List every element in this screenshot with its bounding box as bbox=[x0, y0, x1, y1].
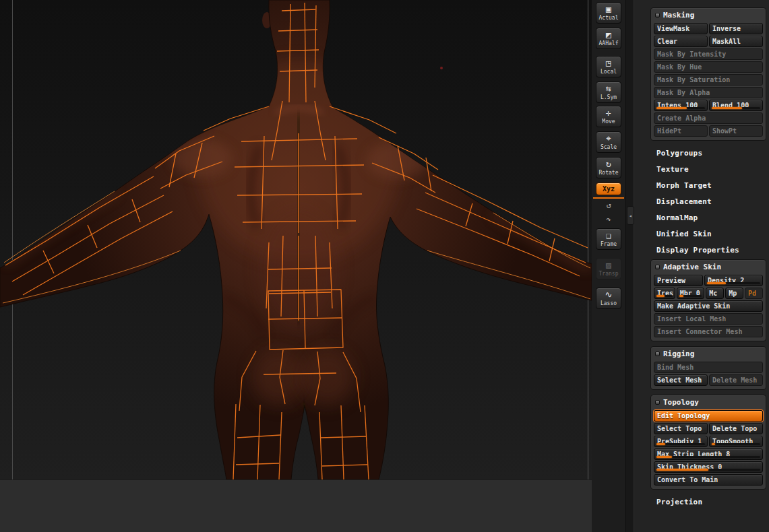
tool-move[interactable]: ✛Move bbox=[596, 106, 621, 127]
button-mask-by-saturation: Mask By Saturation bbox=[654, 74, 763, 86]
viewport-canvas[interactable] bbox=[0, 0, 592, 479]
slider-blend-100[interactable]: Blend 100 bbox=[709, 100, 763, 111]
slider-fill bbox=[679, 295, 683, 297]
tool-spin-right[interactable]: ↷ bbox=[596, 214, 621, 224]
button-delete-topo[interactable]: Delete Topo bbox=[709, 423, 763, 434]
actual-icon: ▣ bbox=[606, 5, 611, 14]
slider-ires[interactable]: Ires bbox=[654, 288, 675, 299]
zbrush-window: ▣Actual◩AAHalf◳Local⇆L.Sym✛Move⌖Scale↻Ro… bbox=[0, 0, 769, 532]
control-label: Pd bbox=[748, 290, 756, 297]
slider-toposmooth[interactable]: TopoSmooth bbox=[709, 436, 763, 447]
section-topology: TopologyEdit TopologySelect TopoDelete T… bbox=[650, 395, 766, 490]
button-row: Bind Mesh bbox=[654, 362, 763, 373]
slider-track bbox=[707, 282, 760, 284]
section-header-morph-target[interactable]: Morph Target bbox=[650, 178, 766, 194]
control-label: Preview bbox=[657, 277, 685, 284]
button-insert-connector-mesh: Insert Connector Mesh bbox=[654, 326, 763, 337]
section-title-masking[interactable]: Masking bbox=[654, 10, 763, 22]
tool-aahalf[interactable]: ◩AAHalf bbox=[596, 28, 621, 49]
section-header-display-properties[interactable]: Display Properties bbox=[650, 242, 766, 259]
slider-fill bbox=[656, 456, 672, 458]
slider-presubdiv-1[interactable]: PreSubdiv 1 bbox=[654, 436, 708, 447]
tool-scale[interactable]: ⌖Scale bbox=[596, 131, 621, 153]
section-icon bbox=[655, 400, 660, 405]
button-make-adaptive-skin[interactable]: Make Adaptive Skin bbox=[654, 300, 763, 312]
divider-arrow-icon[interactable]: ◂ bbox=[627, 206, 634, 225]
button-clear[interactable]: Clear bbox=[654, 36, 708, 47]
button-inverse[interactable]: Inverse bbox=[709, 23, 763, 34]
control-label: Mask By Hue bbox=[657, 63, 702, 71]
button-create-alpha: Create Alpha bbox=[654, 112, 763, 124]
tool-lasso[interactable]: ∿Lasso bbox=[596, 288, 621, 309]
button-viewmask[interactable]: ViewMask bbox=[654, 23, 708, 34]
panel-divider[interactable]: ◂ bbox=[625, 0, 634, 532]
button-row: Edit Topology bbox=[654, 410, 763, 422]
button-select-mesh[interactable]: Select Mesh bbox=[654, 374, 708, 386]
button-row: IresMbr 0McMpPd bbox=[654, 288, 763, 299]
button-pd: Pd bbox=[745, 288, 763, 299]
button-row: Skin Thickness 0 bbox=[654, 461, 763, 473]
tool-label: Local bbox=[601, 69, 617, 75]
control-label: Bind Mesh bbox=[657, 364, 694, 371]
control-label: Mask By Intensity bbox=[657, 51, 726, 58]
control-label: HidePt bbox=[657, 127, 681, 135]
button-mp[interactable]: Mp bbox=[725, 288, 743, 299]
section-header-displacement[interactable]: Displacement bbox=[650, 194, 766, 210]
control-label: Inverse bbox=[712, 25, 741, 32]
section-header-texture[interactable]: Texture bbox=[650, 162, 766, 178]
tool-label: Frame bbox=[601, 241, 617, 247]
slider-track bbox=[656, 443, 705, 445]
section-title-adaptive-skin[interactable]: Adaptive Skin bbox=[654, 262, 763, 273]
tool-label: Rotate bbox=[599, 170, 619, 176]
button-row: Insert Local Mesh bbox=[654, 313, 763, 325]
button-edit-topology[interactable]: Edit Topology bbox=[654, 410, 763, 422]
button-mc[interactable]: Mc bbox=[706, 288, 724, 299]
slider-density-2[interactable]: Density 2 bbox=[704, 275, 763, 286]
right-shelf: ▣Actual◩AAHalf◳Local⇆L.Sym✛Move⌖Scale↻Ro… bbox=[592, 0, 625, 532]
tool-frame[interactable]: ❏Frame bbox=[596, 228, 621, 250]
section-header-polygroups[interactable]: Polygroups bbox=[650, 145, 766, 162]
section-title-text: Topology bbox=[663, 398, 699, 407]
red-speck bbox=[440, 67, 443, 69]
tool-local[interactable]: ◳Local bbox=[596, 56, 621, 77]
tool-actual[interactable]: ▣Actual bbox=[596, 2, 621, 24]
section-header-normalmap[interactable]: NormalMap bbox=[650, 210, 766, 226]
button-row: Mask By Hue bbox=[654, 61, 763, 73]
control-label: Create Alpha bbox=[657, 114, 706, 122]
section-title-rigging[interactable]: Rigging bbox=[654, 349, 763, 360]
tool-lsym[interactable]: ⇆L.Sym bbox=[596, 81, 621, 103]
button-row: Mask By Intensity bbox=[654, 48, 763, 60]
button-maskall[interactable]: MaskAll bbox=[709, 36, 763, 47]
button-convert-to-main[interactable]: Convert To Main bbox=[654, 474, 763, 486]
button-showpt: ShowPt bbox=[709, 125, 763, 137]
control-label: MaskAll bbox=[712, 38, 741, 45]
slider-skin-thickness-0[interactable]: Skin Thickness 0 bbox=[654, 461, 763, 473]
tool-label: AAHalf bbox=[599, 40, 619, 46]
slider-fill bbox=[656, 295, 665, 297]
tool-xyz[interactable]: Xyz bbox=[596, 182, 621, 195]
slider-mbr-0[interactable]: Mbr 0 bbox=[677, 288, 704, 299]
button-row: Insert Connector Mesh bbox=[654, 326, 763, 337]
tool-transp: ▨Transp bbox=[596, 258, 621, 279]
section-header-unified-skin[interactable]: Unified Skin bbox=[650, 226, 766, 242]
control-label: Convert To Main bbox=[657, 476, 718, 484]
slider-fill bbox=[656, 443, 665, 445]
button-row: Select TopoDelete Topo bbox=[654, 423, 763, 434]
section-icon bbox=[655, 265, 660, 269]
tool-spin-left[interactable]: ↺ bbox=[596, 200, 621, 210]
control-label: Delete Topo bbox=[712, 425, 757, 432]
button-select-topo[interactable]: Select Topo bbox=[654, 423, 708, 434]
slider-track bbox=[679, 295, 702, 297]
section-title-topology[interactable]: Topology bbox=[654, 397, 763, 409]
button-preview[interactable]: Preview bbox=[654, 275, 703, 286]
right-panel: MaskingViewMaskInverseClearMaskAllMask B… bbox=[634, 0, 769, 532]
tool-label: Lasso bbox=[601, 300, 617, 306]
button-insert-local-mesh: Insert Local Mesh bbox=[654, 313, 763, 325]
slider-intens-100[interactable]: Intens 100 bbox=[654, 100, 708, 111]
button-row: HidePtShowPt bbox=[654, 125, 763, 137]
button-row: Mask By Alpha bbox=[654, 87, 763, 98]
slider-max-strip-length-8[interactable]: Max Strip Length 8 bbox=[654, 448, 763, 460]
button-row: Create Alpha bbox=[654, 112, 763, 124]
tool-rotate[interactable]: ↻Rotate bbox=[596, 157, 621, 178]
section-header-projection[interactable]: Projection bbox=[650, 494, 766, 510]
